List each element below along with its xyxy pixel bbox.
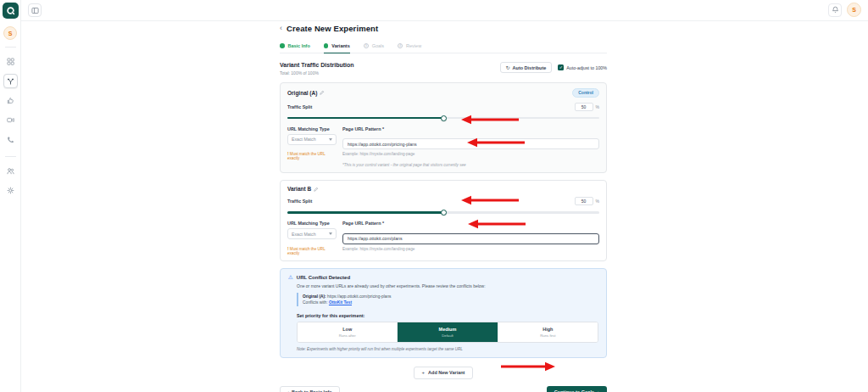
auto-adjust-checkbox-row[interactable]: ✓ Auto-adjust to 100% [558, 64, 607, 70]
thumbs-up-icon [7, 97, 14, 104]
traffic-split-slider[interactable] [287, 209, 599, 216]
chevron-down-icon [329, 138, 332, 141]
users-icon [7, 167, 14, 175]
url-matching-type-select[interactable]: Exact Match [287, 228, 337, 239]
step-basic-info[interactable]: Basic Info [280, 43, 310, 53]
conflicting-experiment-link[interactable]: OttoKit Test [329, 300, 352, 305]
warning-triangle-icon: ⚠ [288, 275, 293, 281]
sidebar-item-settings[interactable] [3, 183, 18, 198]
panel-left-icon [31, 7, 39, 14]
traffic-split-value-input[interactable] [575, 197, 593, 205]
step-label: Goals [372, 43, 384, 48]
selected-option: Exact Match [292, 232, 316, 237]
page-url-pattern-input[interactable] [342, 138, 599, 149]
back-to-basic-info-button[interactable]: ‹ Back to Basic Info [280, 386, 340, 392]
grid-icon [7, 58, 14, 65]
step-variants[interactable]: Variants [324, 43, 350, 53]
conflict-variant-label: Original (A): [303, 294, 326, 299]
add-variant-label: Add New Variant [428, 370, 465, 375]
plus-icon: + [422, 370, 426, 375]
url-matching-type-select[interactable]: Exact Match [287, 134, 337, 145]
logo-mark-icon [6, 6, 15, 15]
variant-name: Variant B [287, 186, 311, 192]
sidebar-item-audience[interactable] [3, 164, 18, 178]
page-url-pattern-label: Page URL Pattern * [342, 221, 599, 226]
sidebar: S [0, 0, 21, 392]
traffic-split-label: Traffic Split [287, 199, 312, 204]
phone-icon [7, 136, 14, 143]
video-icon [7, 116, 14, 124]
slider-thumb[interactable] [441, 210, 447, 216]
page-url-pattern-input[interactable] [342, 233, 599, 244]
sidebar-item-experiments[interactable] [3, 74, 18, 88]
control-badge: Control [572, 88, 599, 98]
notifications-button[interactable] [828, 3, 842, 17]
step-goals[interactable]: 3 Goals [364, 43, 384, 53]
app-root: S [0, 0, 868, 392]
control-variant-note: *This is your control variant - the orig… [342, 163, 599, 167]
sidebar-divider [5, 156, 16, 157]
priority-note: Note: Experiments with higher priority w… [297, 347, 598, 351]
stepper: Basic Info Variants 3 Goals 4 Review [280, 43, 607, 53]
selected-option: Exact Match [292, 137, 316, 142]
priority-selector: Low Runs after Medium Default High Runs … [297, 322, 598, 343]
variant-name: Original (A) [287, 90, 317, 96]
gear-icon [7, 187, 14, 194]
step-review[interactable]: 4 Review [398, 43, 421, 53]
step-label: Basic Info [288, 43, 310, 48]
percent-sign: % [596, 199, 599, 204]
priority-option-medium[interactable]: Medium Default [397, 322, 497, 342]
section-title: Variant Traffic Distribution [280, 62, 354, 68]
sidebar-item-recordings[interactable] [3, 113, 18, 127]
refresh-icon: ↻ [506, 65, 510, 70]
sidebar-item-dashboard[interactable] [3, 54, 18, 69]
slider-thumb[interactable] [441, 115, 447, 121]
url-example-hint: Example: https://mysite.com/landing-page [342, 152, 599, 160]
topbar: S [21, 0, 868, 21]
sidebar-divider [5, 47, 16, 48]
url-conflict-alert: ⚠ URL Conflict Detected One or more vari… [280, 268, 607, 358]
chevron-down-icon [329, 232, 332, 235]
total-percentage: Total: 100% of 100% [280, 70, 354, 76]
sidebar-item-engagement[interactable] [3, 93, 18, 108]
back-chevron-icon[interactable]: ‹ [280, 25, 282, 32]
page-header: ‹ Create New Experiment [280, 24, 607, 33]
slider-fill [287, 211, 443, 214]
add-new-variant-button[interactable]: + Add New Variant [414, 367, 474, 379]
step-label: Variants [331, 43, 349, 48]
user-avatar[interactable]: S [847, 3, 861, 17]
step-number: 4 [398, 43, 403, 48]
priority-option-low[interactable]: Low Runs after [298, 322, 397, 342]
workspace-avatar[interactable]: S [3, 26, 17, 40]
url-example-hint: Example: https://mysite.com/landing-page [342, 247, 599, 255]
conflict-item: Original (A): https://app.ottokit.com/pr… [297, 293, 598, 306]
distribution-header: Variant Traffic Distribution Total: 100%… [280, 62, 607, 76]
conflict-variant-url: https://app.ottokit.com/pricing-plans [327, 294, 391, 299]
checkbox-checked[interactable]: ✓ [558, 64, 564, 70]
app-logo[interactable] [3, 3, 19, 19]
topbar-actions: S [828, 3, 861, 17]
step-complete-dot [280, 43, 285, 48]
distribution-actions: ↻ Auto Distribute ✓ Auto-adjust to 100% [500, 62, 607, 73]
url-matching-type-label: URL Matching Type [287, 221, 337, 226]
variant-card-original-a: Original (A) Control Traffic Split % [280, 82, 607, 174]
auto-distribute-button[interactable]: ↻ Auto Distribute [500, 62, 553, 73]
sidebar-toggle-button[interactable] [28, 3, 42, 17]
page-url-pattern-label: Page URL Pattern * [342, 126, 599, 132]
edit-pencil-icon[interactable] [314, 187, 319, 192]
traffic-split-slider[interactable] [287, 115, 599, 121]
url-matching-type-label: URL Matching Type [287, 126, 337, 132]
edit-pencil-icon[interactable] [320, 90, 325, 95]
continue-to-goals-button[interactable]: Continue to Goals › [547, 386, 607, 392]
step-number: 3 [364, 43, 369, 48]
traffic-split-value-input[interactable] [575, 103, 593, 111]
priority-option-high[interactable]: High Runs first [498, 322, 598, 342]
bell-icon [832, 6, 839, 14]
variant-card-b: Variant B Traffic Split % [280, 180, 607, 261]
sidebar-item-calls[interactable] [3, 132, 18, 147]
main-content: ‹ Create New Experiment Basic Info Varia… [280, 24, 607, 392]
step-active-dot [324, 43, 329, 48]
percent-sign: % [596, 104, 599, 109]
conflict-title: URL Conflict Detected [297, 275, 350, 280]
auto-distribute-label: Auto Distribute [513, 65, 547, 70]
